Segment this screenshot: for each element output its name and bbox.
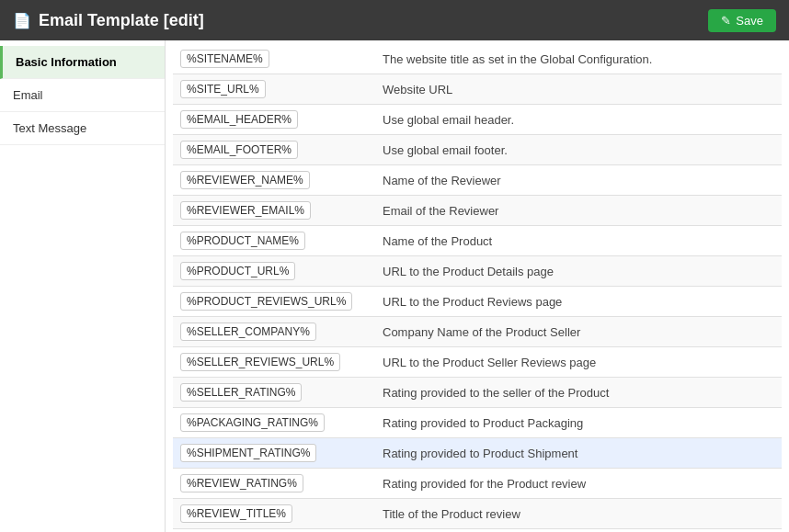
variable-description: Company Name of the Product Seller (383, 325, 580, 339)
variable-tag: %EMAIL_HEADER% (180, 110, 298, 129)
table-row: %PRODUCT_REVIEWS_URL% URL to the Product… (173, 287, 782, 317)
variable-tag: %PACKAGING_RATING% (180, 413, 325, 432)
variable-description: The website title as set in the Global C… (383, 52, 652, 66)
variable-description: Name of the Product (383, 234, 492, 248)
table-row: %SITENAME% The website title as set in t… (173, 44, 782, 74)
table-row: %EMAIL_FOOTER% Use global email footer. (173, 135, 782, 165)
sidebar-item-basic-information[interactable]: Basic Information (0, 46, 165, 79)
table-row: %REVIEW_RATING% Rating provided for the … (173, 469, 782, 499)
variable-description: Email of the Reviewer (383, 204, 498, 218)
sidebar-item-email[interactable]: Email (0, 79, 165, 112)
variable-description: Title of the Product review (383, 507, 520, 521)
content-area: Basic InformationEmailText Message %SITE… (0, 40, 789, 532)
page-title: 📄 Email Template [edit] (13, 11, 204, 30)
table-row: %REVIEWER_NAME% Name of the Reviewer (173, 165, 782, 196)
variable-tag: %PRODUCT_NAME% (180, 232, 305, 250)
variable-tag: %SITE_URL% (180, 80, 266, 98)
variable-tag: %EMAIL_FOOTER% (180, 141, 298, 159)
variable-description: Rating provided to Product Shipment (383, 447, 577, 460)
table-row: %PACKAGING_RATING% Rating provided to Pr… (173, 408, 782, 438)
variable-description: Rating provided for the Product review (383, 477, 586, 491)
variable-tag: %SITENAME% (180, 50, 269, 68)
variable-description: URL to the Product Reviews page (383, 295, 562, 309)
sidebar: Basic InformationEmailText Message (0, 40, 166, 532)
main-content: %SITENAME% The website title as set in t… (166, 40, 789, 532)
variable-tag: %SHIPMENT_RATING% (180, 444, 316, 462)
variable-tag: %REVIEWER_EMAIL% (180, 201, 311, 220)
table-row: %SELLER_REVIEWS_URL% URL to the Product … (173, 347, 782, 378)
table-row: %SELLER_RATING% Rating provided to the s… (173, 378, 782, 408)
variable-tag: %PRODUCT_REVIEWS_URL% (180, 292, 352, 311)
variable-description: Rating provided to the seller of the Pro… (383, 386, 609, 400)
table-row: %PRODUCT_NAME% Name of the Product (173, 226, 782, 256)
variable-description: URL to the Product Seller Reviews page (383, 356, 596, 369)
variable-tag: %PRODUCT_URL% (180, 262, 295, 280)
table-row: %PRODUCT_URL% URL to the Product Details… (173, 256, 782, 287)
variable-description: URL to the Product Details page (383, 265, 554, 278)
variable-tag: %SELLER_REVIEWS_URL% (180, 353, 340, 371)
variable-tag: %SELLER_RATING% (180, 383, 302, 402)
sidebar-item-text-message[interactable]: Text Message (0, 112, 165, 145)
variable-description: Use global email header. (383, 113, 514, 127)
table-row: %REVIEW_COMMENTS% Comments provided for … (173, 529, 782, 533)
variable-tag: %REVIEW_RATING% (180, 474, 303, 492)
variable-tag: %REVIEWER_NAME% (180, 171, 310, 189)
save-icon: ✎ (721, 14, 731, 28)
variable-description: Name of the Reviewer (383, 174, 501, 187)
table-row: %SHIPMENT_RATING% Rating provided to Pro… (173, 438, 782, 469)
table-row: %SITE_URL% Website URL (173, 74, 782, 105)
variable-description: Website URL (383, 83, 452, 96)
title-text: Email Template [edit] (39, 11, 204, 30)
variable-description: Use global email footer. (383, 143, 508, 157)
page-header: 📄 Email Template [edit] ✎ Save (0, 0, 789, 40)
variables-table: %SITENAME% The website title as set in t… (173, 44, 782, 532)
table-row: %SELLER_COMPANY% Company Name of the Pro… (173, 317, 782, 347)
save-label: Save (736, 14, 763, 28)
table-row: %EMAIL_HEADER% Use global email header. (173, 105, 782, 135)
table-row: %REVIEWER_EMAIL% Email of the Reviewer (173, 196, 782, 226)
table-row: %REVIEW_TITLE% Title of the Product revi… (173, 499, 782, 529)
document-icon: 📄 (13, 12, 31, 29)
variable-tag: %REVIEW_TITLE% (180, 504, 292, 523)
variable-tag: %SELLER_COMPANY% (180, 323, 316, 341)
save-button[interactable]: ✎ Save (708, 9, 776, 32)
variable-description: Rating provided to Product Packaging (383, 416, 583, 430)
